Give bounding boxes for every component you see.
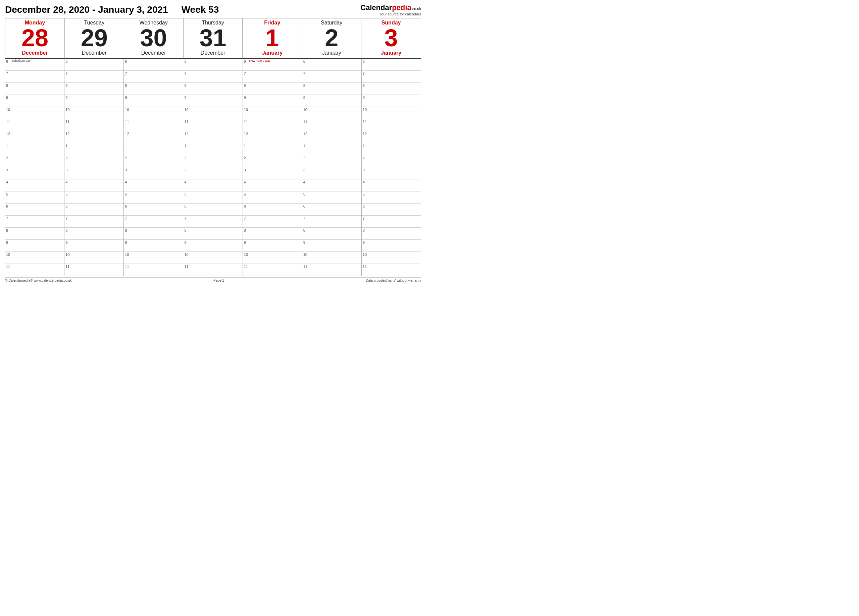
time-slot-mon-8[interactable]: 2 [5,155,64,167]
time-slot-thu-10[interactable]: 4 [183,179,242,192]
time-slot-thu-7[interactable]: 1 [183,143,242,155]
time-slot-wed-15[interactable]: 9 [124,240,183,252]
time-slot-mon-5[interactable]: 11 [5,119,64,131]
time-slot-wed-16[interactable]: 10 [124,252,183,264]
time-slot-thu-0[interactable]: 6 [183,59,242,71]
time-slot-wed-13[interactable]: 7 [124,215,183,228]
time-slot-thu-17[interactable]: 11 [183,264,242,276]
time-slot-wed-5[interactable]: 11 [124,119,183,131]
time-slot-mon-15[interactable]: 9 [5,240,64,252]
time-slot-wed-2[interactable]: 8 [124,83,183,95]
time-slot-thu-16[interactable]: 10 [183,252,242,264]
time-slot-fri-6[interactable]: 12 [243,131,302,143]
time-slot-wed-7[interactable]: 1 [124,143,183,155]
time-slot-thu-4[interactable]: 10 [183,107,242,119]
time-slot-sat-16[interactable]: 10 [302,252,361,264]
time-slot-sat-7[interactable]: 1 [302,143,361,155]
time-slot-sat-0[interactable]: 6 [302,59,361,71]
time-slot-thu-2[interactable]: 8 [183,83,242,95]
time-slot-wed-1[interactable]: 7 [124,71,183,83]
time-slot-sun-4[interactable]: 10 [362,107,421,119]
time-slot-wed-8[interactable]: 2 [124,155,183,167]
time-slot-wed-12[interactable]: 6 [124,204,183,215]
time-slot-fri-15[interactable]: 9 [243,240,302,252]
time-slot-sun-8[interactable]: 2 [362,155,421,167]
time-slot-mon-7[interactable]: 1 [5,143,64,155]
time-slot-tue-13[interactable]: 7 [64,215,123,228]
time-slot-thu-9[interactable]: 3 [183,167,242,179]
time-slot-fri-17[interactable]: 11 [243,264,302,276]
time-slot-fri-8[interactable]: 2 [243,155,302,167]
time-slot-fri-12[interactable]: 6 [243,204,302,215]
time-slot-wed-4[interactable]: 10 [124,107,183,119]
time-slot-sat-2[interactable]: 8 [302,83,361,95]
time-slot-sun-6[interactable]: 12 [362,131,421,143]
time-slot-sun-5[interactable]: 11 [362,119,421,131]
time-slot-tue-0[interactable]: 6 [64,59,123,71]
time-slot-thu-8[interactable]: 2 [183,155,242,167]
time-slot-wed-3[interactable]: 9 [124,95,183,107]
time-slot-sun-13[interactable]: 7 [362,215,421,228]
time-slot-tue-6[interactable]: 12 [64,131,123,143]
time-slot-thu-5[interactable]: 11 [183,119,242,131]
time-slot-mon-1[interactable]: 7 [5,71,64,83]
time-slot-thu-6[interactable]: 12 [183,131,242,143]
time-slot-fri-4[interactable]: 10 [243,107,302,119]
time-slot-sat-13[interactable]: 7 [302,215,361,228]
time-slot-sun-1[interactable]: 7 [362,71,421,83]
time-slot-sun-17[interactable]: 11 [362,264,421,276]
time-slot-mon-6[interactable]: 12 [5,131,64,143]
time-slot-wed-6[interactable]: 12 [124,131,183,143]
time-slot-sat-10[interactable]: 4 [302,179,361,192]
time-slot-fri-2[interactable]: 8 [243,83,302,95]
time-slot-sat-12[interactable]: 6 [302,204,361,215]
time-slot-fri-10[interactable]: 4 [243,179,302,192]
time-slot-sat-1[interactable]: 7 [302,71,361,83]
time-slot-sat-6[interactable]: 12 [302,131,361,143]
time-slot-tue-10[interactable]: 4 [64,179,123,192]
time-slot-sun-16[interactable]: 10 [362,252,421,264]
time-slot-sat-3[interactable]: 9 [302,95,361,107]
time-slot-tue-7[interactable]: 1 [64,143,123,155]
time-slot-thu-3[interactable]: 9 [183,95,242,107]
time-slot-tue-16[interactable]: 10 [64,252,123,264]
time-slot-sun-10[interactable]: 4 [362,179,421,192]
time-slot-sat-4[interactable]: 10 [302,107,361,119]
time-slot-mon-10[interactable]: 4 [5,179,64,192]
time-slot-tue-2[interactable]: 8 [64,83,123,95]
time-slot-fri-9[interactable]: 3 [243,167,302,179]
time-slot-mon-14[interactable]: 8 [5,228,64,240]
time-slot-sat-11[interactable]: 5 [302,192,361,204]
time-slot-tue-11[interactable]: 5 [64,192,123,204]
time-slot-tue-5[interactable]: 11 [64,119,123,131]
time-slot-tue-17[interactable]: 11 [64,264,123,276]
time-slot-sat-15[interactable]: 9 [302,240,361,252]
time-slot-sat-5[interactable]: 11 [302,119,361,131]
time-slot-mon-9[interactable]: 3 [5,167,64,179]
time-slot-fri-3[interactable]: 9 [243,95,302,107]
time-slot-fri-14[interactable]: 8 [243,228,302,240]
time-slot-mon-4[interactable]: 10 [5,107,64,119]
time-slot-sun-15[interactable]: 9 [362,240,421,252]
time-slot-mon-3[interactable]: 9 [5,95,64,107]
time-slot-sun-7[interactable]: 1 [362,143,421,155]
time-slot-thu-14[interactable]: 8 [183,228,242,240]
time-slot-tue-9[interactable]: 3 [64,167,123,179]
time-slot-mon-2[interactable]: 8 [5,83,64,95]
time-slot-sat-17[interactable]: 11 [302,264,361,276]
time-slot-mon-11[interactable]: 5 [5,192,64,204]
time-slot-sun-9[interactable]: 3 [362,167,421,179]
time-slot-wed-9[interactable]: 3 [124,167,183,179]
time-slot-fri-11[interactable]: 5 [243,192,302,204]
time-slot-sat-9[interactable]: 3 [302,167,361,179]
time-slot-sat-14[interactable]: 8 [302,228,361,240]
time-slot-mon-16[interactable]: 10 [5,252,64,264]
time-slot-fri-7[interactable]: 1 [243,143,302,155]
time-slot-sun-11[interactable]: 5 [362,192,421,204]
time-slot-sat-8[interactable]: 2 [302,155,361,167]
time-slot-fri-0[interactable]: 6New Year's Day [243,59,302,71]
time-slot-tue-8[interactable]: 2 [64,155,123,167]
time-slot-sun-0[interactable]: 6 [362,59,421,71]
time-slot-mon-0[interactable]: 6Substitute day [5,59,64,71]
time-slot-mon-12[interactable]: 6 [5,204,64,215]
